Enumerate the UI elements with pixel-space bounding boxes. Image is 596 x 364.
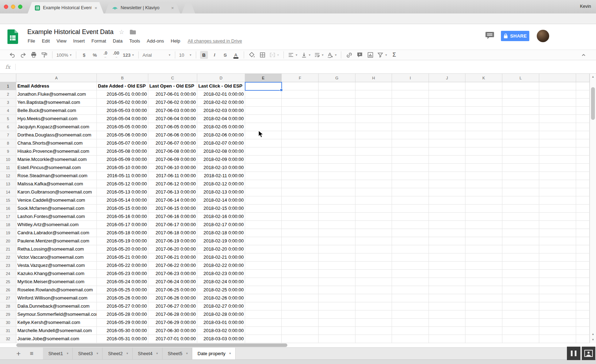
cell-C15[interactable]: 2017-06-14 0:00:00	[148, 196, 197, 205]
cell-L8[interactable]	[502, 139, 539, 147]
cell-B2[interactable]: 2016-05-01 0:00:00	[97, 90, 148, 99]
cell-C21[interactable]: 2017-06-20 0:00:00	[148, 245, 197, 253]
cell-H2[interactable]	[355, 90, 392, 99]
cell-C16[interactable]: 2017-06-15 0:00:00	[148, 205, 197, 213]
cell-C17[interactable]: 2017-06-16 0:00:00	[148, 213, 197, 221]
cell-K26[interactable]	[465, 286, 502, 294]
cell-A3[interactable]: Yen.Baptista@someemail.com	[16, 99, 97, 107]
cell-K24[interactable]	[465, 270, 502, 278]
cell-K23[interactable]	[465, 262, 502, 270]
cell-E22[interactable]	[245, 253, 282, 262]
menu-tools[interactable]: Tools	[129, 38, 140, 44]
cell-L25[interactable]	[502, 278, 539, 286]
cell-E26[interactable]	[245, 286, 282, 294]
cell-D7[interactable]: 2018-02-06 0:00:00	[197, 131, 245, 139]
cell-A4[interactable]: Belle.Buck@someemail.com	[16, 107, 97, 115]
cell-E17[interactable]	[245, 213, 282, 221]
cell-D25[interactable]: 2018-02-24 0:00:00	[197, 278, 245, 286]
cell-B12[interactable]: 2016-05-11 0:00:00	[97, 172, 148, 180]
add-sheet-button[interactable]: +	[16, 350, 21, 357]
cell-B27[interactable]: 2016-05-26 0:00:00	[97, 294, 148, 302]
recording-camera-button[interactable]	[582, 347, 595, 360]
browser-tab-klaviyo[interactable]: Newsletter | Klaviyo ×	[105, 2, 180, 13]
chevron-down-icon[interactable]: ▼	[66, 352, 69, 355]
cell-K25[interactable]	[465, 278, 502, 286]
cell-X1323[interactable]	[576, 262, 590, 270]
cell-J18[interactable]	[429, 221, 465, 229]
cell-E1[interactable]	[245, 82, 282, 90]
cell-I10[interactable]	[392, 156, 429, 164]
cell-A14[interactable]: Karon.Gulbranson@someemail.com	[16, 188, 97, 196]
cell-A17[interactable]: Lashon.Fontes@someemail.com	[16, 213, 97, 221]
cell-G2[interactable]	[319, 90, 355, 99]
cell-F28[interactable]	[282, 302, 319, 310]
cell-I24[interactable]	[392, 270, 429, 278]
cell-G18[interactable]	[319, 221, 355, 229]
cell-K27[interactable]	[465, 294, 502, 302]
cell-C32[interactable]: 2017-07-01 0:00:00	[148, 335, 197, 343]
format-currency-button[interactable]: $	[80, 51, 88, 59]
cell-G24[interactable]	[319, 270, 355, 278]
cell-F30[interactable]	[282, 319, 319, 327]
cell-F27[interactable]	[282, 294, 319, 302]
cell-J11[interactable]	[429, 164, 465, 172]
cell-X126[interactable]	[539, 123, 576, 131]
cell-G17[interactable]	[319, 213, 355, 221]
cell-G16[interactable]	[319, 205, 355, 213]
document-title[interactable]: Example Historical Event Data	[27, 28, 114, 36]
cell-E12[interactable]	[245, 172, 282, 180]
cell-I9[interactable]	[392, 147, 429, 156]
cell-X134[interactable]	[576, 107, 590, 115]
sheet-tab-sheet5[interactable]: Sheet5▼	[162, 348, 192, 359]
cell-I17[interactable]	[392, 213, 429, 221]
cell-I21[interactable]	[392, 245, 429, 253]
cell-J32[interactable]	[429, 335, 465, 343]
cell-B20[interactable]: 2016-05-19 0:00:00	[97, 237, 148, 245]
cell-J23[interactable]	[429, 262, 465, 270]
cell-C27[interactable]: 2017-06-26 0:00:00	[148, 294, 197, 302]
cell-G23[interactable]	[319, 262, 355, 270]
cell-X131[interactable]	[576, 82, 590, 90]
cell-X1232[interactable]	[539, 335, 576, 343]
column-header-H[interactable]: H	[355, 74, 392, 82]
cell-J13[interactable]	[429, 180, 465, 188]
vertical-align-button[interactable]: ▼	[301, 51, 311, 59]
cell-D2[interactable]: 2018-02-01 0:00:00	[197, 90, 245, 99]
column-header-F[interactable]: F	[282, 74, 319, 82]
cell-B18[interactable]: 2016-05-17 0:00:00	[97, 221, 148, 229]
cell-L4[interactable]	[502, 107, 539, 115]
cell-G30[interactable]	[319, 319, 355, 327]
cell-I29[interactable]	[392, 310, 429, 319]
cell-L27[interactable]	[502, 294, 539, 302]
recording-pause-button[interactable]	[567, 347, 580, 360]
row-header-12[interactable]: 12	[0, 172, 16, 180]
cell-K28[interactable]	[465, 302, 502, 310]
cell-X122[interactable]	[539, 90, 576, 99]
chevron-down-icon[interactable]: ▼	[186, 352, 188, 355]
cell-B1[interactable]: Date Added - Old ESP	[97, 82, 148, 90]
cell-H29[interactable]	[355, 310, 392, 319]
cell-L28[interactable]	[502, 302, 539, 310]
cell-X133[interactable]	[576, 99, 590, 107]
cell-X1222[interactable]	[539, 253, 576, 262]
cell-G6[interactable]	[319, 123, 355, 131]
open-comments-button[interactable]	[485, 32, 494, 39]
cell-I32[interactable]	[392, 335, 429, 343]
cell-L2[interactable]	[502, 90, 539, 99]
row-header-32[interactable]: 32	[0, 335, 16, 343]
cell-A7[interactable]: Dorthea.Douglass@someemail.com	[16, 131, 97, 139]
cell-C14[interactable]: 2017-06-13 0:00:00	[148, 188, 197, 196]
cell-L16[interactable]	[502, 205, 539, 213]
cell-D28[interactable]: 2018-02-27 0:00:00	[197, 302, 245, 310]
cell-L3[interactable]	[502, 99, 539, 107]
insert-comment-button[interactable]	[356, 51, 364, 59]
cell-I15[interactable]	[392, 196, 429, 205]
cell-E21[interactable]	[245, 245, 282, 253]
cell-I12[interactable]	[392, 172, 429, 180]
cell-F11[interactable]	[282, 164, 319, 172]
cell-X139[interactable]	[576, 147, 590, 156]
cell-F21[interactable]	[282, 245, 319, 253]
column-header-L[interactable]: L	[502, 74, 539, 82]
bold-button[interactable]: B	[200, 51, 208, 59]
cell-L12[interactable]	[502, 172, 539, 180]
